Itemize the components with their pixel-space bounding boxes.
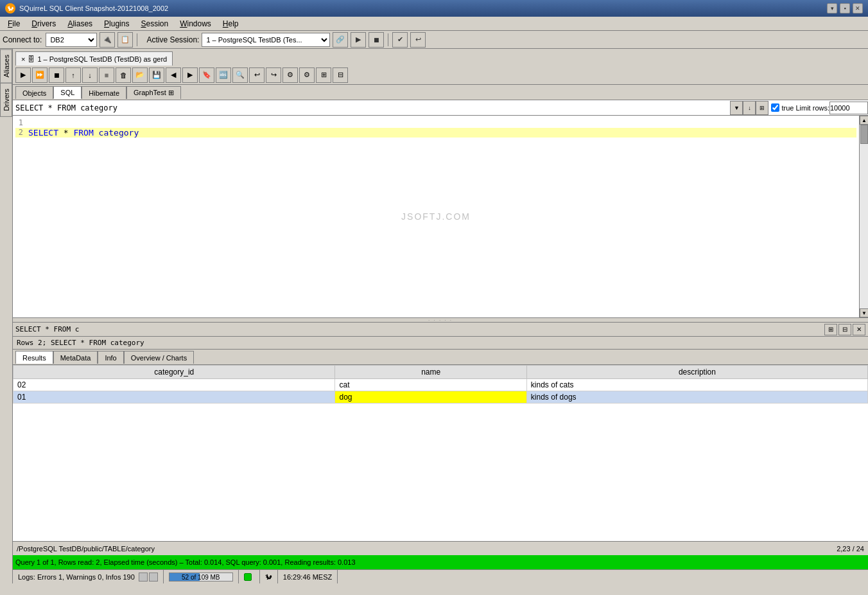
rollback-btn[interactable]: ↩ xyxy=(410,32,426,48)
prev-sql-btn[interactable]: ↑ xyxy=(65,67,81,83)
run-sql-btn[interactable]: ▶ xyxy=(15,67,31,83)
app-icon: 🐿 xyxy=(5,3,15,13)
format-sql-btn[interactable]: ≡ xyxy=(99,67,114,83)
open-file-btn[interactable]: 📂 xyxy=(132,67,148,83)
tab-sql[interactable]: SQL xyxy=(53,86,82,99)
log-bar: Query 1 of 1, Rows read: 2, Elapsed time… xyxy=(13,555,868,569)
splitter[interactable]: · · · · · xyxy=(13,317,868,323)
inner-tab-bar: Objects SQL Hibernate GraphTest ⊞ xyxy=(13,85,868,100)
col-header-name[interactable]: name xyxy=(335,366,526,379)
main-toolbar: Connect to: DB2 🔌 📋 Active Session: 1 – … xyxy=(0,31,868,49)
log-icon-1[interactable] xyxy=(139,573,148,582)
clear-btn[interactable]: 🗑 xyxy=(116,67,131,83)
cell-description-1[interactable]: kinds of cats xyxy=(526,379,867,391)
menu-help[interactable]: Help xyxy=(218,18,244,30)
results-btn-2[interactable]: ⊟ xyxy=(838,324,851,335)
results-tab-charts[interactable]: Overview / Charts xyxy=(124,351,194,364)
results-table-container[interactable]: category_id name description 02 cat kind… xyxy=(13,365,868,541)
minimize-button[interactable]: ▾ xyxy=(827,3,837,13)
scroll-track[interactable] xyxy=(860,125,868,308)
scroll-thumb[interactable] xyxy=(860,125,868,144)
connect-alias-btn[interactable]: 🔌 xyxy=(100,32,115,48)
prev-history-btn[interactable]: ◀ xyxy=(166,67,181,83)
results-btn-3[interactable]: ✕ xyxy=(853,324,865,335)
results-panel: SELECT * FROM c ⊞ ⊟ ✕ Rows 2; SELECT * F… xyxy=(13,323,868,541)
title-bar: 🐿 SQuirreL SQL Client Snapshot-20121008_… xyxy=(0,0,868,17)
table-row[interactable]: 02 cat kinds of cats xyxy=(13,379,868,391)
next-history-btn[interactable]: ▶ xyxy=(182,67,198,83)
session-run-btn[interactable]: ▶ xyxy=(351,32,366,48)
results-tab-results[interactable]: Results xyxy=(15,351,53,364)
stop-sql-btn[interactable]: ⏹ xyxy=(49,67,64,83)
sql-input-bar: ▼ ↓ ⊞ true Limit rows: xyxy=(13,100,868,116)
redo-btn[interactable]: ↪ xyxy=(266,67,281,83)
tab-hibernate[interactable]: Hibernate xyxy=(82,86,126,99)
extra3-btn[interactable]: ⊞ xyxy=(316,67,331,83)
led-status xyxy=(239,570,260,583)
tab-objects[interactable]: Objects xyxy=(15,86,53,99)
limit-rows-checkbox[interactable] xyxy=(771,103,779,112)
editor-scrollbar[interactable]: ▲ ▼ xyxy=(859,116,868,317)
extra1-btn[interactable]: ⚙ xyxy=(282,67,298,83)
run-all-btn[interactable]: ⏩ xyxy=(32,67,48,83)
menu-plugins[interactable]: Plugins xyxy=(99,18,134,30)
session-tab-1[interactable]: × 🗄 1 – PostgreSQL TestDB (TestDB) as ge… xyxy=(15,51,173,66)
copy-alias-btn[interactable]: 📋 xyxy=(117,32,133,48)
sql-editor[interactable]: JSOFTJ.COM 1 2 SELECT * FROM category xyxy=(13,116,859,317)
format2-btn[interactable]: 🔤 xyxy=(216,67,231,83)
cell-description-2[interactable]: kinds of dogs xyxy=(526,391,867,404)
cell-category_id-1[interactable]: 02 xyxy=(13,379,335,391)
menu-file[interactable]: File xyxy=(3,18,25,30)
col-header-description[interactable]: description xyxy=(526,366,867,379)
cell-category_id-2[interactable]: 01 xyxy=(13,391,335,404)
limit-rows-input[interactable] xyxy=(829,102,868,114)
scroll-up-btn[interactable]: ▲ xyxy=(860,116,868,125)
menu-windows[interactable]: Windows xyxy=(175,18,216,30)
session-connect-btn[interactable]: 🔗 xyxy=(333,32,348,48)
limit-rows-label: true Limit rows: xyxy=(771,103,829,112)
menu-session[interactable]: Session xyxy=(135,18,173,30)
scroll-down-btn[interactable]: ▼ xyxy=(860,308,868,317)
sql-editor-container: JSOFTJ.COM 1 2 SELECT * FROM category ▲ xyxy=(13,116,868,317)
bookmark-btn[interactable]: 🔖 xyxy=(199,67,214,83)
sql-input-options[interactable]: ⊞ xyxy=(756,101,768,115)
time-status: 16:29:46 MESZ xyxy=(278,570,338,583)
menu-drivers[interactable]: Drivers xyxy=(26,18,61,30)
next-sql-btn[interactable]: ↓ xyxy=(82,67,98,83)
separator-1 xyxy=(137,33,137,46)
close-button[interactable]: ✕ xyxy=(853,3,863,13)
cell-name-1[interactable]: cat xyxy=(335,379,526,391)
log-text: Query 1 of 1, Rows read: 2, Elapsed time… xyxy=(15,558,356,566)
session-label: Active Session: xyxy=(146,35,199,44)
tab-graphtest[interactable]: GraphTest ⊞ xyxy=(126,86,181,99)
sql-input-dropdown[interactable]: ▼ xyxy=(730,101,743,115)
search-btn[interactable]: 🔍 xyxy=(232,67,248,83)
save-file-btn[interactable]: 💾 xyxy=(149,67,164,83)
sql-input-run[interactable]: ↓ xyxy=(743,101,756,115)
results-tab-info[interactable]: Info xyxy=(98,351,123,364)
extra2-btn[interactable]: ⚙ xyxy=(299,67,315,83)
results-btn-1[interactable]: ⊞ xyxy=(824,324,837,335)
results-table: category_id name description 02 cat kind… xyxy=(13,365,868,404)
session-stop-btn[interactable]: ⏹ xyxy=(369,32,384,48)
results-header-controls: ⊞ ⊟ ✕ xyxy=(824,324,865,335)
window-controls[interactable]: ▾ ▪ ✕ xyxy=(827,3,863,13)
main-container: Aliases Drivers × 🗄 1 – PostgreSQL TestD… xyxy=(0,49,868,583)
extra4-btn[interactable]: ⊟ xyxy=(333,67,348,83)
aliases-side-tab[interactable]: Aliases xyxy=(0,49,12,83)
sql-line-2: 2 SELECT * FROM category xyxy=(15,128,856,138)
cell-name-2[interactable]: dog xyxy=(335,391,526,404)
table-row[interactable]: 01 dog kinds of dogs xyxy=(13,391,868,404)
log-icon-2[interactable] xyxy=(149,573,158,582)
drivers-side-tab[interactable]: Drivers xyxy=(0,83,12,117)
sql-input-field[interactable] xyxy=(13,103,730,112)
commit-btn[interactable]: ✔ xyxy=(392,32,408,48)
connect-select[interactable]: DB2 xyxy=(46,33,97,47)
menu-aliases[interactable]: Aliases xyxy=(62,18,98,30)
undo-btn[interactable]: ↩ xyxy=(249,67,265,83)
results-tab-metadata[interactable]: MetaData xyxy=(53,351,98,364)
col-header-category_id[interactable]: category_id xyxy=(13,366,335,379)
session-select[interactable]: 1 – PostgreSQL TestDB (Tes... xyxy=(202,33,330,47)
maximize-button[interactable]: ▪ xyxy=(840,3,850,13)
bottom-status-bar: Logs: Errors 1, Warnings 0, Infos 190 52… xyxy=(13,569,868,583)
